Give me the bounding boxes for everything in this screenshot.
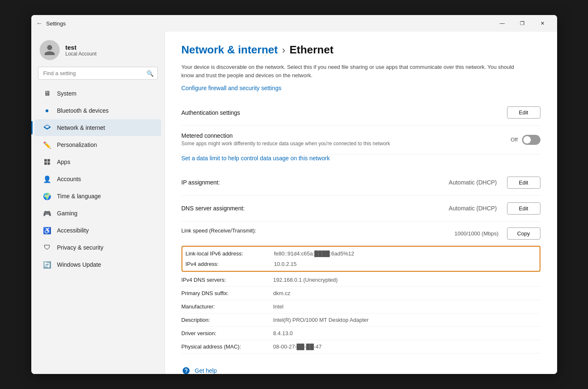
sidebar-item-label: System [57, 90, 77, 97]
table-row: IPv4 DNS servers: 192.168.0.1 (Unencrypt… [182, 273, 540, 287]
time-icon: 🌍 [43, 192, 51, 200]
sidebar-item-accessibility[interactable]: ♿ Accessibility [35, 222, 161, 239]
bluetooth-icon: ● [43, 106, 51, 115]
titlebar-left: ← Settings [36, 20, 66, 27]
sidebar-item-label: Bluetooth & devices [57, 107, 109, 114]
search-box: 🔍 [38, 67, 158, 80]
detail-value: 8.4.13.0 [273, 330, 293, 336]
detail-value: dkm.cz [273, 290, 290, 296]
apps-icon [43, 158, 51, 166]
search-input[interactable] [38, 67, 158, 80]
titlebar: ← Settings — ❐ ✕ [31, 15, 557, 32]
back-arrow[interactable]: ← [36, 20, 43, 27]
sidebar-nav: 🖥 System ● Bluetooth & devices Network &… [31, 85, 164, 273]
sidebar-item-gaming[interactable]: 🎮 Gaming [35, 205, 161, 222]
ip-edit-button[interactable]: Edit [507, 177, 540, 189]
sidebar-item-label: Accounts [57, 176, 81, 182]
data-limit-link[interactable]: Set a data limit to help control data us… [182, 155, 330, 162]
metered-toggle-label: Off [510, 136, 517, 143]
ip-value: Automatic (DHCP) [449, 179, 497, 186]
breadcrumb-separator: › [282, 44, 285, 56]
table-row: Driver version: 8.4.13.0 [182, 327, 540, 340]
dns-value: Automatic (DHCP) [449, 205, 497, 212]
sidebar-item-personalization[interactable]: ✏️ Personalization [35, 136, 161, 153]
sidebar: test Local Account 🔍 🖥 System ● Bluetoot… [31, 32, 165, 374]
detail-label: IPv4 DNS servers: [182, 277, 273, 283]
detail-label: Driver version: [182, 330, 273, 336]
auth-row-left: Authentication settings [182, 109, 240, 116]
detail-label: Physical address (MAC): [182, 344, 273, 350]
accounts-icon: 👤 [43, 175, 51, 183]
svg-rect-0 [44, 159, 47, 162]
restore-button[interactable]: ❐ [513, 17, 532, 30]
main-content: Network & internet › Ethernet Your devic… [165, 32, 557, 374]
metered-connection-row: Metered connection Some apps might work … [182, 126, 540, 154]
network-icon [43, 124, 51, 132]
ipv4-label: IPv4 address: [186, 261, 274, 267]
metered-toggle-row: Off [510, 135, 540, 145]
ip-row-left: IP assignment: [182, 179, 220, 186]
get-help-label: Get help [195, 367, 217, 374]
copy-button[interactable]: Copy [507, 227, 540, 240]
username: test [66, 44, 97, 51]
sidebar-item-label: Time & language [57, 193, 101, 200]
avatar [40, 40, 60, 60]
system-icon: 🖥 [43, 89, 51, 98]
auth-label: Authentication settings [182, 109, 240, 116]
detail-value: 08-00-27-██-██-47 [273, 344, 322, 350]
svg-rect-3 [47, 162, 50, 165]
sidebar-item-network[interactable]: Network & internet [35, 119, 161, 136]
ipv6-value: fe80::91d4:c65a:████:6ad5%12 [274, 250, 354, 257]
sidebar-item-system[interactable]: 🖥 System [35, 85, 161, 102]
ipv6-label: Link-local IPv6 address: [186, 250, 274, 257]
window-title: Settings [46, 20, 66, 27]
minimize-button[interactable]: — [493, 17, 512, 30]
speed-label: Link speed (Receive/Transmit): [182, 227, 256, 234]
update-icon: 🔄 [43, 260, 51, 269]
dns-edit-button[interactable]: Edit [507, 202, 540, 215]
auth-edit-button[interactable]: Edit [507, 106, 540, 119]
ipv4-value: 10.0.2.15 [274, 261, 297, 267]
settings-body: Your device is discoverable on the netwo… [165, 63, 557, 374]
personalization-icon: ✏️ [43, 141, 51, 149]
dns-row-left: DNS server assignment: [182, 205, 245, 212]
dns-label: DNS server assignment: [182, 205, 245, 212]
sidebar-item-label: Privacy & security [57, 244, 103, 251]
user-info: test Local Account [66, 44, 97, 57]
sidebar-item-accounts[interactable]: 👤 Accounts [35, 171, 161, 187]
metered-row-left: Metered connection Some apps might work … [182, 132, 390, 147]
search-icon: 🔍 [146, 70, 154, 77]
detail-label: Manufacturer: [182, 303, 273, 310]
breadcrumb-parent[interactable]: Network & internet [182, 43, 278, 56]
metered-toggle[interactable] [522, 135, 540, 145]
firewall-link[interactable]: Configure firewall and security settings [182, 85, 282, 91]
sidebar-item-apps[interactable]: Apps [35, 154, 161, 170]
sidebar-item-update[interactable]: 🔄 Windows Update [35, 256, 161, 273]
footer-links: Get help Give feedback [182, 366, 540, 374]
metered-sublabel: Some apps might work differently to redu… [182, 140, 390, 147]
table-row: Primary DNS suffix: dkm.cz [182, 287, 540, 300]
svg-rect-1 [47, 159, 50, 162]
sidebar-item-label: Accessibility [57, 227, 89, 234]
sidebar-item-label: Gaming [57, 210, 78, 217]
user-icon [43, 44, 56, 56]
privacy-icon: 🛡 [43, 243, 51, 252]
detail-value: Intel(R) PRO/1000 MT Desktop Adapter [273, 317, 369, 323]
accessibility-icon: ♿ [43, 226, 51, 235]
breadcrumb-current: Ethernet [290, 43, 333, 56]
close-button[interactable]: ✕ [533, 17, 552, 30]
sidebar-item-label: Network & internet [57, 124, 105, 131]
user-section: test Local Account [31, 32, 164, 67]
detail-value: Intel [273, 303, 284, 310]
account-type: Local Account [66, 51, 97, 57]
help-icon [182, 366, 191, 374]
speed-value: 1000/1000 (Mbps) [454, 230, 499, 237]
get-help-link[interactable]: Get help [182, 366, 540, 374]
speed-right: 1000/1000 (Mbps) Copy [454, 227, 540, 240]
highlight-box: Link-local IPv6 address: fe80::91d4:c65a… [182, 246, 540, 272]
ip-label: IP assignment: [182, 179, 220, 186]
sidebar-item-time[interactable]: 🌍 Time & language [35, 188, 161, 205]
table-row: Physical address (MAC): 08-00-27-██-██-4… [182, 340, 540, 354]
sidebar-item-privacy[interactable]: 🛡 Privacy & security [35, 239, 161, 256]
sidebar-item-bluetooth[interactable]: ● Bluetooth & devices [35, 102, 161, 119]
